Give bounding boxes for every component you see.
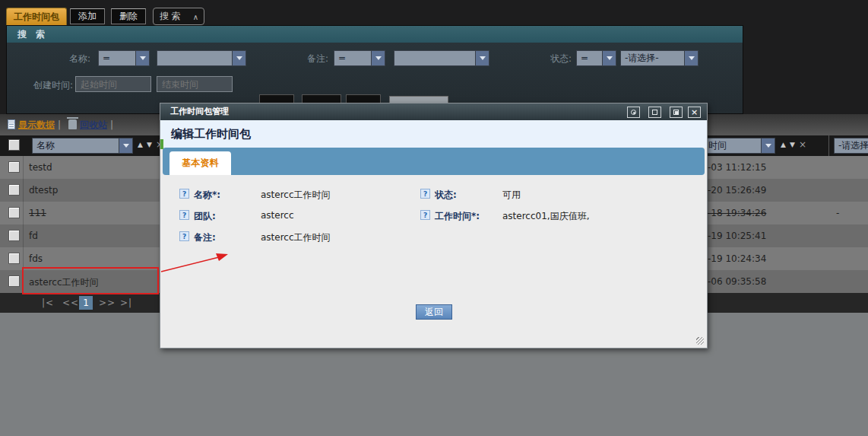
help-icon[interactable]: ? [420,210,430,220]
row-checkbox[interactable] [8,275,20,287]
help-icon[interactable]: ? [179,189,189,199]
remark-filter-label: 备注: [307,53,328,65]
filter-column-select[interactable]: -请选择- [834,138,868,154]
status-value: -请选择- [625,53,659,63]
last-page-button[interactable]: >| [120,298,132,308]
search-toggle-button[interactable]: 搜 索 ∧ [153,8,204,25]
row-created-time: -19 10:24:34 [708,253,766,264]
row-name: fds [29,253,43,264]
trash-icon [68,119,77,129]
worktime-field-label: 工作时间*: [435,210,480,223]
start-time-input[interactable] [75,76,151,92]
team-field-value: astercc [261,210,294,221]
dialog-title: 工作时间包管理 [170,107,229,116]
tab-basic-info[interactable]: 基本资料 [169,151,231,175]
remark-operator-select[interactable]: = [334,50,385,66]
row-name: testd [29,162,52,173]
cell-divider [23,247,24,270]
recycle-bin-link[interactable]: 回收站 [80,119,107,130]
help-icon[interactable]: ? [420,189,430,199]
status-value-select[interactable]: -请选择- [620,50,699,66]
resize-handle[interactable] [696,337,704,345]
sort-asc-icon[interactable]: ▲ [781,141,786,148]
cell-divider [23,224,24,247]
help-icon[interactable]: ? [179,231,189,241]
cell-divider [23,202,24,224]
select-all-checkbox[interactable] [8,139,20,151]
sort-clear-icon[interactable]: × [799,139,806,150]
help-icon[interactable]: ? [179,210,189,220]
cell-divider [23,270,24,293]
chevron-down-icon [119,138,132,153]
row-checkbox[interactable] [8,230,20,241]
worktime-package-dialog: 工作时间包管理 × 编辑工作时间包 基本资料 ? 名称*: astercc工作时… [160,103,708,348]
chevron-down-icon [232,51,246,65]
name-operator-select[interactable]: = [98,50,150,66]
name-field-value: astercc工作时间 [261,189,331,202]
maximize-icon[interactable] [648,107,661,118]
sort-desc-icon[interactable]: ▼ [147,141,152,148]
cell-divider [23,179,24,202]
chevron-down-icon [135,51,149,65]
show-data-link[interactable]: 显示数据 [18,119,55,130]
prev-page-button[interactable]: << [62,298,79,308]
end-time-input[interactable] [157,76,233,92]
chevron-down-icon [602,51,616,65]
add-button[interactable]: 添加 [70,8,105,24]
row-created-time: -18 19:34:26 [708,208,766,218]
search-toggle-label: 搜 索 [160,11,181,21]
row-created-time: -06 09:35:58 [708,276,766,287]
row-checkbox[interactable] [8,184,20,196]
link-separator: | [58,119,61,130]
close-icon[interactable]: × [688,107,701,118]
dialog-heading: 编辑工作时间包 [160,120,707,148]
row-name: fd [29,231,38,241]
name-value-select[interactable] [157,50,246,66]
name-filter-label: 名称: [69,53,90,65]
current-page-indicator: 1 [79,296,93,310]
filter-column-label: -请选择- [838,140,868,151]
next-page-button[interactable]: >> [99,298,116,308]
restore-icon[interactable] [670,107,683,118]
team-field-label: 团队: [194,210,216,223]
status-field-value: 可用 [502,189,521,202]
row-created-time: -03 11:12:15 [708,162,766,173]
status-operator-select[interactable]: = [576,50,616,66]
status-field-label: 状态: [435,189,457,202]
chevron-down-icon [684,51,698,65]
dialog-body: ? 名称*: astercc工作时间 ? 团队: astercc ? 备注: a… [160,175,707,348]
sort-asc-icon[interactable]: ▲ [138,141,143,148]
link-separator: | [110,119,113,130]
delete-button[interactable]: 删除 [111,8,146,24]
row-created-time: -19 10:25:41 [708,231,766,241]
filter-icon [160,139,163,149]
row-created-time: -20 15:26:49 [708,185,766,196]
refresh-icon[interactable] [627,107,640,118]
app-screen: 工作时间包 添加 删除 搜 索 ∧ 搜 索 名称: = 备注: = 状态: = … [0,0,868,436]
inner-square-glyph [673,110,679,115]
x-glyph: × [689,107,700,117]
status-operator-value: = [581,53,588,63]
tab-worktime-package[interactable]: 工作时间包 [6,8,67,25]
worktime-field-value: astercc01,国庆值班, [502,210,589,223]
row-extra: - [836,208,839,218]
row-checkbox[interactable] [8,253,20,264]
name-column-select[interactable]: 名称 [32,138,133,154]
back-button[interactable]: 返回 [416,304,452,320]
remark-field-value: astercc工作时间 [261,231,331,244]
chevron-down-icon [371,51,385,65]
sort-desc-icon[interactable]: ▼ [790,141,795,148]
dialog-title-bar[interactable]: 工作时间包管理 × [160,103,707,120]
remark-value-select[interactable] [394,50,489,66]
name-operator-value: = [103,53,110,63]
created-column-label: 时间 [708,138,727,153]
row-name: astercc工作时间 [29,276,99,289]
row-checkbox[interactable] [8,207,20,218]
remark-operator-value: = [338,53,346,63]
row-checkbox[interactable] [8,161,20,173]
dialog-tab-bar: 基本资料 [163,148,705,175]
chevron-down-icon [761,138,775,153]
first-page-button[interactable]: |< [42,298,54,308]
square-glyph [652,110,657,115]
search-panel: 搜 索 名称: = 备注: = 状态: = -请选择- 创建时间: [6,25,743,114]
